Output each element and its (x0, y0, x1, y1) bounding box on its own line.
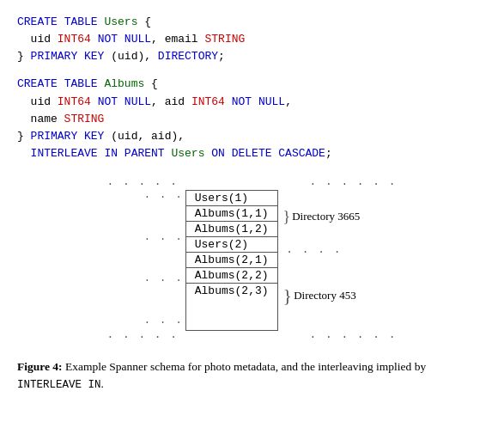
left-dot-4: · · · (144, 317, 184, 331)
table-row: Albums(1,1) (186, 206, 277, 222)
table-row: Albums(2,1) (186, 253, 277, 268)
diagram-main: · · · · · · · · · · · · Users(1) Albums(… (144, 190, 361, 331)
bottom-dots-left: · · · · · (107, 331, 179, 343)
code-line: CREATE TABLE Users { (17, 14, 487, 31)
left-dot-3: · · · (144, 275, 184, 287)
left-dot-2: · · · (144, 234, 184, 246)
table-row: Albums(1,2) (186, 222, 277, 237)
code-line: INTERLEAVE IN PARENT Users ON DELETE CAS… (17, 145, 487, 162)
directory-label-1: } Directory 3665 (283, 190, 361, 243)
directory-2-text: Directory 453 (294, 289, 356, 302)
code-line: } PRIMARY KEY (uid, aid), (17, 128, 487, 145)
top-dots-spacer (182, 178, 307, 190)
table-row: Albums(2,3) (186, 284, 277, 298)
caption: Figure 4: Example Spanner schema for pho… (17, 358, 487, 394)
right-dots-mid: · · · · (283, 243, 361, 260)
bottom-dots-spacer (182, 331, 307, 343)
code-line: uid INT64 NOT NULL, email STRING (17, 31, 487, 48)
table-row: Users(1) (186, 191, 277, 206)
code-section-1: CREATE TABLE Users { uid INT64 NOT NULL,… (17, 14, 487, 65)
code-section-2: CREATE TABLE Albums { uid INT64 NOT NULL… (17, 76, 487, 162)
code-line: name STRING (17, 111, 487, 128)
code-line: CREATE TABLE Albums { (17, 76, 487, 93)
caption-inline-code: INTERLEAVE IN (17, 379, 101, 391)
table-row: Users(2) (186, 237, 277, 253)
diagram-area: · · · · · · · · · · · · · · · · · · · · … (17, 178, 487, 343)
directory-label-2: } Directory 453 (283, 260, 361, 331)
top-dots-right: · · · · · · (310, 178, 397, 190)
interleaved-table: Users(1) Albums(1,1) Albums(1,2) Users(2… (185, 190, 278, 331)
left-dot-1: · · · (144, 190, 184, 204)
directory-1-text: Directory 3665 (292, 210, 360, 223)
bottom-dots-right: · · · · · · (310, 331, 397, 343)
left-dots-col: · · · · · · · · · · · · (144, 190, 185, 331)
caption-text: Example Spanner schema for photo metadat… (63, 360, 427, 373)
diagram-wrapper: · · · · · · · · · · · · · · · · · · · · … (107, 178, 398, 343)
top-dots-left: · · · · · (107, 178, 179, 190)
table-row: Albums(2,2) (186, 268, 277, 284)
caption-end: . (101, 377, 104, 390)
right-labels: } Directory 3665 · · · · } Directory 453 (278, 190, 361, 331)
code-line: uid INT64 NOT NULL, aid INT64 NOT NULL, (17, 94, 487, 111)
code-line: } PRIMARY KEY (uid), DIRECTORY; (17, 48, 487, 65)
figure-label: Figure 4: (17, 360, 63, 373)
